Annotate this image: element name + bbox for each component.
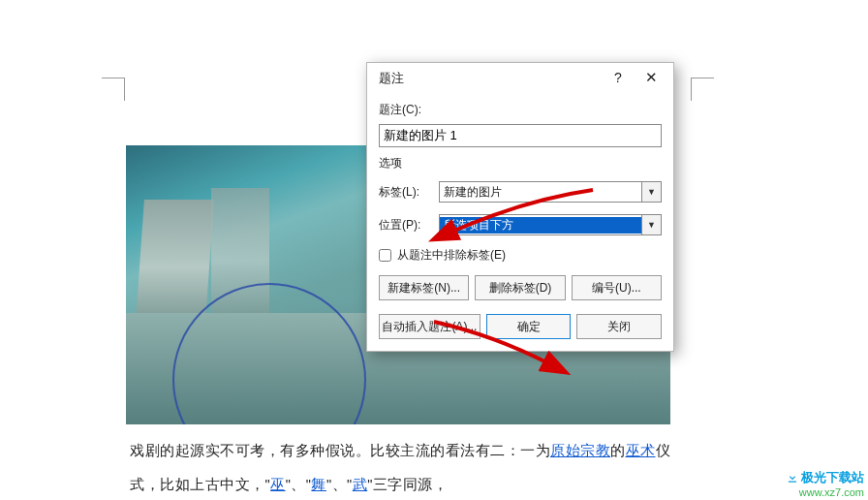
close-icon[interactable]: ✕: [635, 66, 667, 91]
position-combo-value: 所选项目下方: [440, 217, 641, 234]
close-button[interactable]: 关闭: [576, 314, 662, 339]
position-combo[interactable]: 所选项目下方 ▼: [439, 214, 662, 235]
download-icon: [786, 471, 799, 484]
link-primitive-religion[interactable]: 原始宗教: [550, 443, 610, 458]
new-label-button[interactable]: 新建标签(N)...: [379, 275, 469, 300]
link-wu-dance[interactable]: 舞: [311, 477, 326, 492]
label-field-label: 标签(L):: [379, 184, 439, 201]
label-combo-value: 新建的图片: [440, 184, 641, 201]
help-button[interactable]: ?: [602, 66, 635, 91]
auto-caption-button[interactable]: 自动插入题注(A)...: [379, 314, 480, 339]
link-wu-martial[interactable]: 武: [353, 477, 368, 492]
link-wushu-1[interactable]: 巫术: [626, 443, 656, 458]
delete-label-button[interactable]: 删除标签(D): [475, 275, 565, 300]
options-label: 选项: [379, 155, 662, 172]
caption-dialog: 题注 ? ✕ 题注(C): 选项 标签(L): 新建的图片 ▼ 位置(P): 所…: [366, 62, 674, 352]
exclude-label-text: 从题注中排除标签(E): [397, 247, 506, 264]
dialog-title: 题注: [379, 63, 404, 94]
watermark: 极光下载站 www.xz7.com: [786, 469, 864, 498]
link-wu[interactable]: 巫: [270, 477, 286, 492]
chevron-down-icon[interactable]: ▼: [641, 182, 661, 202]
caption-field-label: 题注(C):: [379, 103, 421, 116]
exclude-label-checkbox[interactable]: [379, 249, 391, 262]
dialog-titlebar[interactable]: 题注 ? ✕: [367, 63, 673, 94]
label-combo[interactable]: 新建的图片 ▼: [439, 181, 662, 203]
numbering-button[interactable]: 编号(U)...: [572, 275, 662, 300]
caption-input[interactable]: [379, 124, 662, 147]
ok-button[interactable]: 确定: [486, 314, 572, 339]
crop-mark-tl: [102, 78, 125, 101]
document-paragraph: 戏剧的起源实不可考，有多种假说。比较主流的看法有二：一为原始宗教的巫术仪式，比如…: [130, 434, 677, 500]
position-field-label: 位置(P):: [379, 217, 439, 234]
chevron-down-icon[interactable]: ▼: [641, 215, 661, 234]
crop-mark-tr: [691, 78, 714, 101]
exclude-label-row[interactable]: 从题注中排除标签(E): [379, 247, 662, 264]
